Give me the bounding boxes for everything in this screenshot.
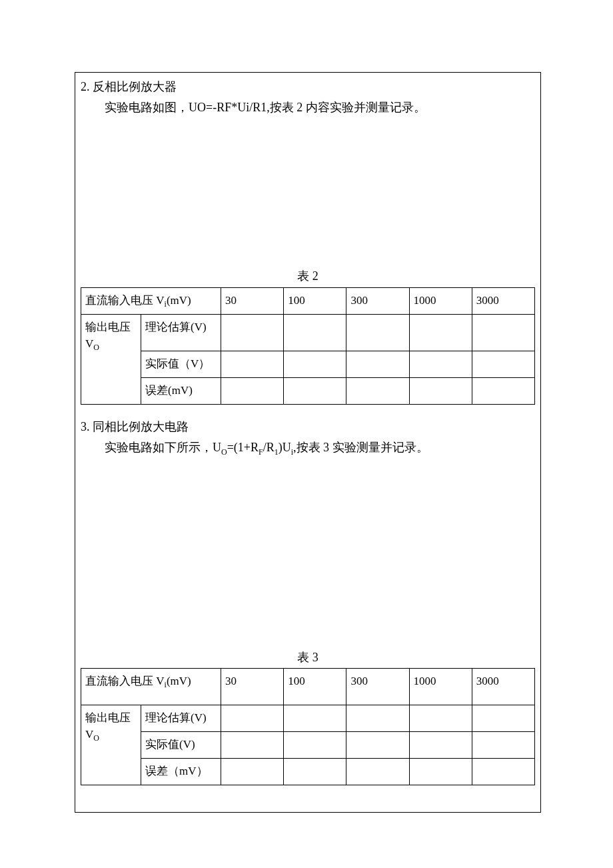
cell [284, 314, 346, 351]
text: 输出电压 [85, 321, 131, 333]
row-label: 误差（mV） [141, 758, 221, 785]
table-row: 实际值（V） [81, 351, 535, 377]
table-row: 实际值(V) [81, 731, 535, 758]
text: 实验电路如图，UO=-RF*Ui/R1,按 [105, 101, 282, 114]
table-row: 误差（mV） [81, 758, 535, 785]
cell [346, 731, 409, 758]
cell [221, 731, 284, 758]
cell [472, 351, 534, 377]
cell [409, 351, 472, 377]
col-header: 100 [284, 668, 346, 705]
section-2-title: 2. 反相比例放大器 [81, 77, 535, 97]
figure-placeholder-3 [81, 459, 535, 645]
header-input-voltage: 直流输入电压 Vi(mV) [81, 668, 221, 705]
cell [346, 377, 409, 404]
row-label: 实际值(V) [141, 731, 221, 758]
cell [472, 377, 534, 404]
cell [346, 705, 409, 731]
cell [221, 758, 284, 785]
vo-label: 输出电压 VO [81, 705, 141, 785]
row-label: 理论估算(V) [141, 705, 221, 731]
cell [221, 705, 284, 731]
cell [472, 731, 534, 758]
cell [221, 377, 284, 404]
cell [346, 314, 409, 351]
text: 直流输入电压 V [85, 294, 165, 307]
text: 直流输入电压 V [85, 675, 165, 687]
table-row: 输出电压 VO 理论估算(V) [81, 705, 535, 731]
cell [284, 377, 346, 404]
text: /R [263, 441, 275, 454]
col-header: 100 [284, 287, 346, 314]
text: 表 2 [282, 101, 303, 114]
cell [409, 377, 472, 404]
vo-label: 输出电压 VO [81, 314, 141, 404]
table-2: 直流输入电压 Vi(mV) 30 100 300 1000 3000 输出电压 … [81, 287, 535, 405]
cell [221, 314, 284, 351]
text: 输出电压 [85, 711, 131, 724]
cell [409, 731, 472, 758]
section-3-title: 3. 同相比例放大电路 [81, 417, 535, 437]
cell [284, 758, 346, 785]
table-2-caption: 表 2 [81, 265, 535, 287]
subscript: O [93, 734, 99, 743]
page-content: 2. 反相比例放大器 实验电路如图，UO=-RF*Ui/R1,按表 2 内容实验… [75, 73, 540, 812]
text: (mV) [167, 675, 191, 687]
figure-placeholder-2 [81, 117, 535, 264]
text: 内容实验并测量记录。 [303, 101, 426, 114]
row-label: 实际值（V） [141, 351, 221, 377]
cell [284, 351, 346, 377]
col-header: 1000 [409, 287, 472, 314]
cell [409, 758, 472, 785]
section-3-body: 实验电路如下所示，UO=(1+RF/R1)Ui,按表 3 实验测量并记录。 [81, 437, 535, 459]
subscript: O [221, 447, 227, 456]
table-row: 直流输入电压 Vi(mV) 30 100 300 1000 3000 [81, 668, 535, 705]
text: 实验电路如下所示，U [105, 441, 221, 454]
subscript: O [93, 343, 99, 353]
cell [409, 314, 472, 351]
table-row: 输出电压 VO 理论估算(V) [81, 314, 535, 351]
text: )U [279, 441, 291, 454]
col-header: 3000 [472, 668, 534, 705]
text: (mV) [167, 294, 191, 307]
col-header: 300 [346, 287, 409, 314]
page-frame: 2. 反相比例放大器 实验电路如图，UO=-RF*Ui/R1,按表 2 内容实验… [75, 72, 541, 813]
row-label: 理论估算(V) [141, 314, 221, 351]
header-input-voltage: 直流输入电压 Vi(mV) [81, 287, 221, 314]
col-header: 30 [221, 287, 284, 314]
section-2-body: 实验电路如图，UO=-RF*Ui/R1,按表 2 内容实验并测量记录。 [81, 97, 535, 118]
col-header: 1000 [409, 668, 472, 705]
col-header: 300 [346, 668, 409, 705]
text: =(1+R [227, 441, 259, 454]
cell [346, 351, 409, 377]
subscript: F [259, 447, 263, 456]
col-header: 3000 [472, 287, 534, 314]
cell [221, 351, 284, 377]
cell [346, 758, 409, 785]
text: V [85, 728, 93, 741]
cell [472, 314, 534, 351]
text: V [85, 337, 93, 350]
gap [81, 405, 535, 417]
col-header: 30 [221, 668, 284, 705]
table-3-caption: 表 3 [81, 647, 535, 668]
cell [284, 731, 346, 758]
row-label: 误差(mV) [141, 377, 221, 404]
table-row: 误差(mV) [81, 377, 535, 404]
cell [472, 758, 534, 785]
table-row: 直流输入电压 Vi(mV) 30 100 300 1000 3000 [81, 287, 535, 314]
cell [409, 705, 472, 731]
text: ,按表 3 实验测量并记录。 [293, 441, 428, 454]
cell [284, 705, 346, 731]
table-3: 直流输入电压 Vi(mV) 30 100 300 1000 3000 输出电压 … [81, 668, 535, 785]
cell [472, 705, 534, 731]
